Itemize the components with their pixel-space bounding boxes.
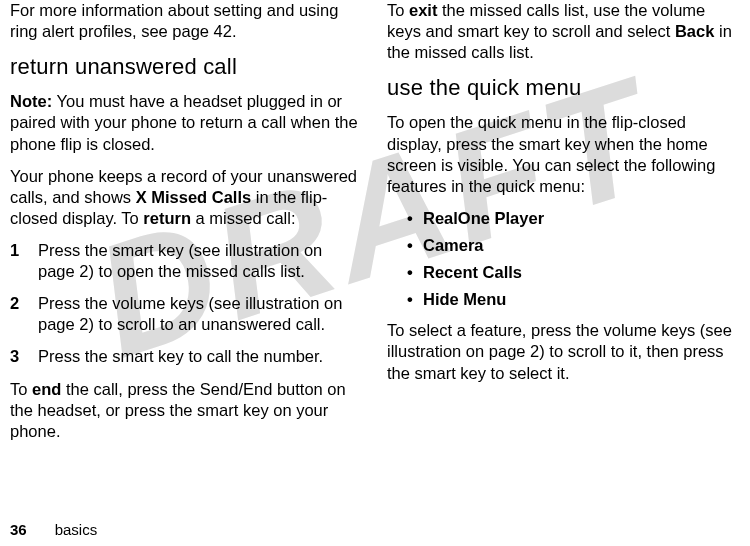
step-text: Press the smart key to call the number. (38, 346, 323, 367)
end-word: end (32, 380, 61, 398)
steps-list: 1Press the smart key (see illustration o… (10, 240, 363, 368)
select-feature-paragraph: To select a feature, press the volume ke… (387, 320, 740, 383)
missed-calls-label: X Missed Calls (136, 188, 252, 206)
exit-text-a: To (387, 1, 409, 19)
note-paragraph: Note: You must have a headset plugged in… (10, 91, 363, 154)
exit-word: exit (409, 1, 437, 19)
end-text-a: To (10, 380, 32, 398)
note-body: You must have a headset plugged in or pa… (10, 92, 358, 152)
left-column: For more information about setting and u… (10, 0, 363, 500)
step-3: 3Press the smart key to call the number. (10, 346, 363, 367)
section-label: basics (55, 521, 98, 538)
step-1: 1Press the smart key (see illustration o… (10, 240, 363, 282)
right-column: To exit the missed calls list, use the v… (387, 0, 740, 500)
bullet-label: Recent Calls (423, 263, 522, 281)
quick-item-hide: Hide Menu (407, 289, 740, 310)
bullet-label: Camera (423, 236, 484, 254)
bullet-label: RealOne Player (423, 209, 544, 227)
heading-quick-menu: use the quick menu (387, 74, 740, 102)
record-paragraph: Your phone keeps a record of your unansw… (10, 166, 363, 229)
end-call-paragraph: To end the call, press the Send/End butt… (10, 379, 363, 442)
step-text: Press the volume keys (see illustration … (38, 293, 363, 335)
heading-return-unanswered: return unanswered call (10, 53, 363, 81)
step-number: 1 (10, 240, 38, 282)
exit-paragraph: To exit the missed calls list, use the v… (387, 0, 740, 63)
back-label: Back (675, 22, 714, 40)
intro-paragraph: For more information about setting and u… (10, 0, 363, 42)
page-number: 36 (10, 521, 27, 538)
step-2: 2Press the volume keys (see illustration… (10, 293, 363, 335)
step-number: 3 (10, 346, 38, 367)
end-text-c: the call, press the Send/End button on t… (10, 380, 346, 440)
page-content: For more information about setting and u… (0, 0, 750, 500)
return-word: return (143, 209, 191, 227)
quick-item-camera: Camera (407, 235, 740, 256)
step-number: 2 (10, 293, 38, 335)
note-label: Note: (10, 92, 52, 110)
quick-item-recent: Recent Calls (407, 262, 740, 283)
step-text: Press the smart key (see illustration on… (38, 240, 363, 282)
quick-menu-list: RealOne Player Camera Recent Calls Hide … (407, 208, 740, 310)
page-footer: 36basics (10, 521, 97, 538)
record-text-e: a missed call: (191, 209, 296, 227)
quick-intro-paragraph: To open the quick menu in the flip-close… (387, 112, 740, 196)
quick-item-realone: RealOne Player (407, 208, 740, 229)
bullet-label: Hide Menu (423, 290, 506, 308)
